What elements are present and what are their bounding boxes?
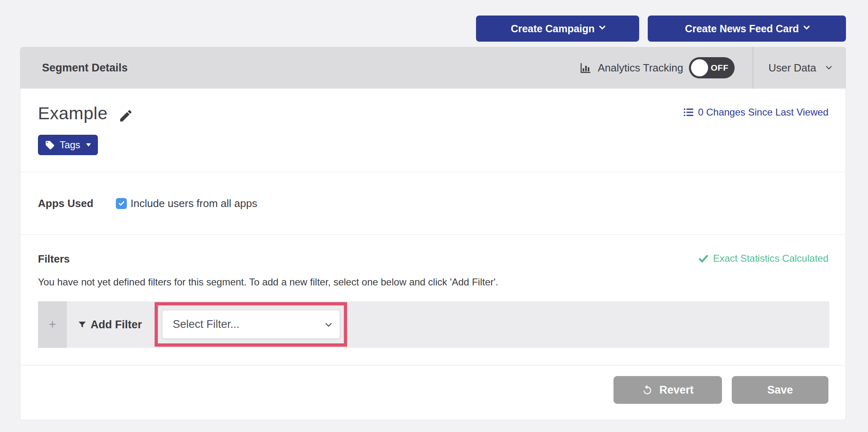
include-all-apps-label: Include users from all apps [131,197,257,210]
card-footer: Revert Save [20,365,846,420]
caret-down-icon [86,143,91,147]
funnel-icon [78,321,86,329]
save-label: Save [767,384,793,396]
filters-instructions: You have not yet defined filters for thi… [38,276,828,288]
select-filter-placeholder: Select Filter... [173,318,240,331]
segment-name: Example [38,103,108,123]
revert-label: Revert [659,384,693,396]
apps-used-label: Apps Used [38,197,116,210]
create-news-feed-card-button[interactable]: Create News Feed Card [648,16,846,42]
segment-details-panel: Segment Details Analytics Tracking OFF [20,47,846,420]
toggle-state-label: OFF [711,63,729,73]
edit-pencil-icon[interactable] [118,108,133,123]
create-campaign-label: Create Campaign [511,23,595,35]
changes-link-label: 0 Changes Since Last Viewed [698,107,828,118]
page-title: Segment Details [42,62,128,74]
tag-icon [45,140,55,150]
changes-list-icon [683,107,694,118]
user-data-label: User Data [768,62,816,74]
chevron-down-icon [599,23,606,29]
chevron-down-icon [803,23,810,29]
panel-header-right: Analytics Tracking OFF User Data [580,47,846,89]
analytics-tracking-toggle[interactable]: OFF [689,57,735,78]
bar-chart-icon [580,62,592,74]
add-filter-label-group: Add Filter [78,318,142,331]
analytics-tracking-group: Analytics Tracking OFF [580,57,744,78]
segment-name-section: Example 0 Changes Si [20,89,846,172]
exact-statistics-label: Exact Statistics Calculated [713,253,828,264]
segment-name-row: Example 0 Changes Si [38,103,828,123]
apps-used-section: Apps Used Include users from all apps [20,172,846,235]
create-news-feed-card-label: Create News Feed Card [685,23,799,35]
add-filter-plus-button[interactable]: + [38,301,67,348]
filters-heading: Filters [38,253,70,265]
changes-since-last-viewed-link[interactable]: 0 Changes Since Last Viewed [683,107,828,118]
highlight-annotation: Select Filter... [155,302,347,347]
check-icon [698,254,709,264]
include-all-apps-checkbox[interactable] [116,198,127,209]
panel-header: Segment Details Analytics Tracking OFF [20,47,846,89]
checkmark-icon [118,200,125,207]
save-button[interactable]: Save [732,376,828,404]
segment-card: Example 0 Changes Si [20,89,846,420]
chevron-down-icon [325,320,332,327]
tags-button[interactable]: Tags [38,135,98,155]
tags-button-label: Tags [60,139,80,151]
user-data-dropdown[interactable]: User Data [753,47,846,89]
filters-section: Filters Exact Statistics Calculated You … [20,235,846,365]
analytics-tracking-label: Analytics Tracking [598,62,683,74]
exact-statistics-status: Exact Statistics Calculated [698,253,828,264]
revert-icon [642,384,653,396]
revert-button[interactable]: Revert [613,376,722,404]
add-filter-row: + Add Filter Select Filter... [38,301,829,348]
toggle-knob [691,59,708,76]
select-filter-dropdown[interactable]: Select Filter... [162,310,340,339]
create-campaign-button[interactable]: Create Campaign [476,16,639,42]
filters-header-row: Filters Exact Statistics Calculated [38,253,828,265]
chevron-down-icon [826,64,832,69]
add-filter-label: Add Filter [91,318,142,331]
